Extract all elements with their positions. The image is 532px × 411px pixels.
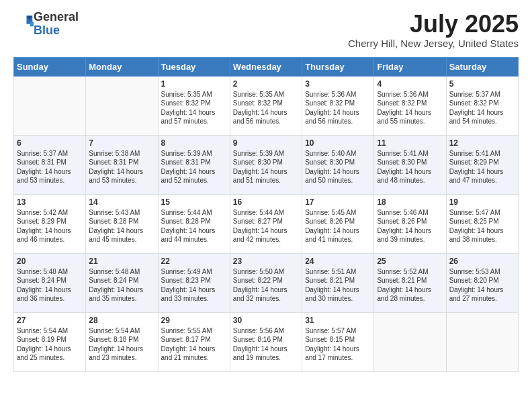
logo-icon [15, 13, 34, 32]
calendar-table: SundayMondayTuesdayWednesdayThursdayFrid… [13, 57, 519, 372]
day-info: Sunrise: 5:56 AM Sunset: 8:16 PM Dayligh… [233, 326, 299, 363]
day-info: Sunrise: 5:45 AM Sunset: 8:26 PM Dayligh… [305, 208, 371, 244]
day-info: Sunrise: 5:48 AM Sunset: 8:24 PM Dayligh… [17, 267, 83, 304]
calendar-cell [14, 76, 86, 135]
day-info: Sunrise: 5:46 AM Sunset: 8:26 PM Dayligh… [377, 208, 443, 244]
calendar-cell: 2Sunrise: 5:35 AM Sunset: 8:32 PM Daylig… [230, 76, 302, 135]
day-number: 5 [449, 79, 515, 89]
day-number: 31 [305, 316, 371, 325]
calendar-cell [446, 312, 518, 371]
calendar-cell [86, 76, 158, 135]
calendar-week-row: 20Sunrise: 5:48 AM Sunset: 8:24 PM Dayli… [14, 253, 519, 312]
day-number: 1 [161, 79, 227, 89]
day-header-saturday: Saturday [446, 57, 518, 76]
day-number: 24 [305, 257, 371, 266]
day-number: 28 [89, 316, 154, 325]
day-info: Sunrise: 5:35 AM Sunset: 8:32 PM Dayligh… [161, 90, 227, 126]
day-number: 30 [233, 316, 299, 325]
day-info: Sunrise: 5:54 AM Sunset: 8:19 PM Dayligh… [17, 326, 83, 363]
calendar-cell: 9Sunrise: 5:39 AM Sunset: 8:30 PM Daylig… [230, 135, 302, 194]
day-info: Sunrise: 5:37 AM Sunset: 8:31 PM Dayligh… [17, 149, 83, 185]
calendar-cell: 15Sunrise: 5:44 AM Sunset: 8:28 PM Dayli… [158, 194, 230, 253]
calendar-week-row: 27Sunrise: 5:54 AM Sunset: 8:19 PM Dayli… [14, 312, 519, 371]
day-header-wednesday: Wednesday [230, 57, 302, 76]
calendar-body: 1Sunrise: 5:35 AM Sunset: 8:32 PM Daylig… [14, 76, 519, 371]
calendar-cell: 31Sunrise: 5:57 AM Sunset: 8:15 PM Dayli… [302, 312, 374, 371]
calendar-cell: 18Sunrise: 5:46 AM Sunset: 8:26 PM Dayli… [374, 194, 446, 253]
location-text: Cherry Hill, New Jersey, United States [348, 38, 519, 49]
day-number: 14 [89, 197, 154, 207]
day-number: 20 [17, 257, 83, 266]
calendar-cell: 16Sunrise: 5:44 AM Sunset: 8:27 PM Dayli… [230, 194, 302, 253]
calendar-cell: 24Sunrise: 5:51 AM Sunset: 8:21 PM Dayli… [302, 253, 374, 312]
day-info: Sunrise: 5:35 AM Sunset: 8:32 PM Dayligh… [233, 90, 299, 126]
day-number: 8 [161, 138, 227, 148]
calendar-cell: 30Sunrise: 5:56 AM Sunset: 8:16 PM Dayli… [230, 312, 302, 371]
day-info: Sunrise: 5:39 AM Sunset: 8:31 PM Dayligh… [161, 149, 227, 185]
day-info: Sunrise: 5:54 AM Sunset: 8:18 PM Dayligh… [89, 326, 154, 363]
day-number: 15 [161, 197, 227, 207]
day-info: Sunrise: 5:37 AM Sunset: 8:32 PM Dayligh… [449, 90, 515, 126]
calendar-week-row: 6Sunrise: 5:37 AM Sunset: 8:31 PM Daylig… [14, 135, 519, 194]
calendar-cell: 27Sunrise: 5:54 AM Sunset: 8:19 PM Dayli… [14, 312, 86, 371]
day-number: 25 [377, 257, 443, 266]
day-info: Sunrise: 5:50 AM Sunset: 8:22 PM Dayligh… [233, 267, 299, 304]
calendar-cell: 14Sunrise: 5:43 AM Sunset: 8:28 PM Dayli… [86, 194, 158, 253]
day-info: Sunrise: 5:38 AM Sunset: 8:31 PM Dayligh… [89, 149, 154, 185]
calendar-cell: 20Sunrise: 5:48 AM Sunset: 8:24 PM Dayli… [14, 253, 86, 312]
day-info: Sunrise: 5:44 AM Sunset: 8:28 PM Dayligh… [161, 208, 227, 244]
day-info: Sunrise: 5:47 AM Sunset: 8:25 PM Dayligh… [449, 208, 515, 244]
day-info: Sunrise: 5:57 AM Sunset: 8:15 PM Dayligh… [305, 326, 371, 363]
calendar-cell: 7Sunrise: 5:38 AM Sunset: 8:31 PM Daylig… [86, 135, 158, 194]
calendar-week-row: 13Sunrise: 5:42 AM Sunset: 8:29 PM Dayli… [14, 194, 519, 253]
calendar-cell: 29Sunrise: 5:55 AM Sunset: 8:17 PM Dayli… [158, 312, 230, 371]
day-info: Sunrise: 5:52 AM Sunset: 8:21 PM Dayligh… [377, 267, 443, 304]
logo-general-text: General [34, 10, 79, 24]
day-info: Sunrise: 5:41 AM Sunset: 8:29 PM Dayligh… [449, 149, 515, 185]
day-number: 9 [233, 138, 299, 148]
calendar-cell: 12Sunrise: 5:41 AM Sunset: 8:29 PM Dayli… [446, 135, 518, 194]
day-info: Sunrise: 5:43 AM Sunset: 8:28 PM Dayligh… [89, 208, 154, 244]
calendar-cell: 23Sunrise: 5:50 AM Sunset: 8:22 PM Dayli… [230, 253, 302, 312]
calendar-cell: 11Sunrise: 5:41 AM Sunset: 8:30 PM Dayli… [374, 135, 446, 194]
day-info: Sunrise: 5:55 AM Sunset: 8:17 PM Dayligh… [161, 326, 227, 363]
day-info: Sunrise: 5:49 AM Sunset: 8:23 PM Dayligh… [161, 267, 227, 304]
day-info: Sunrise: 5:41 AM Sunset: 8:30 PM Dayligh… [377, 149, 443, 185]
day-number: 18 [377, 197, 443, 207]
day-number: 12 [449, 138, 515, 148]
day-info: Sunrise: 5:48 AM Sunset: 8:24 PM Dayligh… [89, 267, 154, 304]
day-number: 13 [17, 197, 83, 207]
day-number: 6 [17, 138, 83, 148]
day-info: Sunrise: 5:40 AM Sunset: 8:30 PM Dayligh… [305, 149, 371, 185]
calendar-cell: 26Sunrise: 5:53 AM Sunset: 8:20 PM Dayli… [446, 253, 518, 312]
calendar-cell: 8Sunrise: 5:39 AM Sunset: 8:31 PM Daylig… [158, 135, 230, 194]
page-header: General Blue July 2025 Cherry Hill, New … [13, 11, 519, 49]
day-number: 7 [89, 138, 154, 148]
logo-blue-text: Blue [34, 24, 60, 37]
day-header-monday: Monday [86, 57, 158, 76]
day-number: 19 [449, 197, 515, 207]
day-number: 16 [233, 197, 299, 207]
day-number: 10 [305, 138, 371, 148]
day-header-thursday: Thursday [302, 57, 374, 76]
calendar-cell: 28Sunrise: 5:54 AM Sunset: 8:18 PM Dayli… [86, 312, 158, 371]
day-number: 22 [161, 257, 227, 266]
calendar-cell: 17Sunrise: 5:45 AM Sunset: 8:26 PM Dayli… [302, 194, 374, 253]
day-number: 26 [449, 257, 515, 266]
month-title: July 2025 [348, 11, 519, 38]
day-number: 4 [377, 79, 443, 89]
day-number: 23 [233, 257, 299, 266]
calendar-cell [374, 312, 446, 371]
calendar-cell: 22Sunrise: 5:49 AM Sunset: 8:23 PM Dayli… [158, 253, 230, 312]
day-info: Sunrise: 5:51 AM Sunset: 8:21 PM Dayligh… [305, 267, 371, 304]
calendar-cell: 25Sunrise: 5:52 AM Sunset: 8:21 PM Dayli… [374, 253, 446, 312]
calendar-week-row: 1Sunrise: 5:35 AM Sunset: 8:32 PM Daylig… [14, 76, 519, 135]
calendar-cell: 4Sunrise: 5:36 AM Sunset: 8:32 PM Daylig… [374, 76, 446, 135]
day-number: 3 [305, 79, 371, 89]
day-info: Sunrise: 5:36 AM Sunset: 8:32 PM Dayligh… [377, 90, 443, 126]
calendar-cell: 1Sunrise: 5:35 AM Sunset: 8:32 PM Daylig… [158, 76, 230, 135]
title-block: July 2025 Cherry Hill, New Jersey, Unite… [348, 11, 519, 49]
logo: General Blue [13, 11, 79, 38]
calendar-cell: 10Sunrise: 5:40 AM Sunset: 8:30 PM Dayli… [302, 135, 374, 194]
day-info: Sunrise: 5:36 AM Sunset: 8:32 PM Dayligh… [305, 90, 371, 126]
